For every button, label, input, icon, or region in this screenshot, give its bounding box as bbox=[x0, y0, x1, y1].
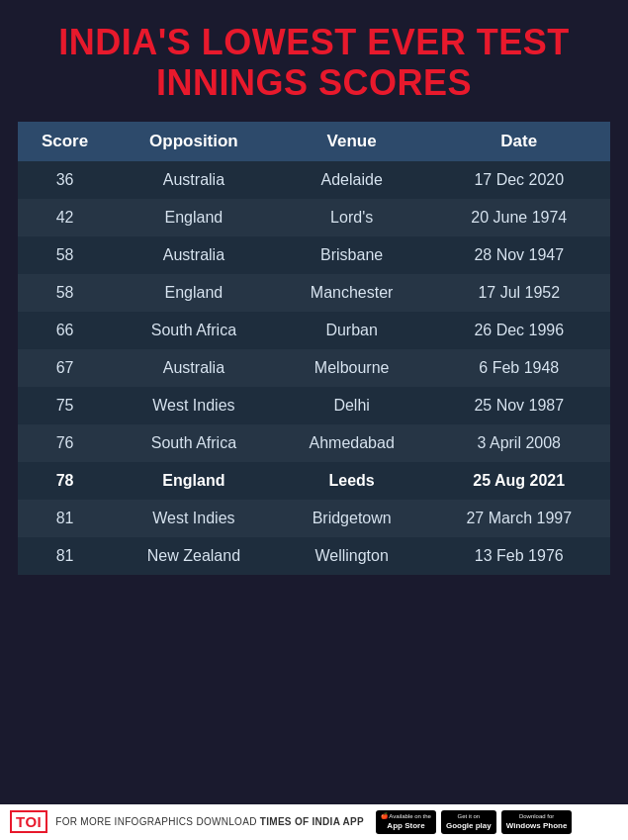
cell-venue: Adelaide bbox=[276, 161, 428, 199]
cell-date: 20 June 1974 bbox=[428, 199, 610, 236]
cell-date: 28 Nov 1947 bbox=[428, 236, 610, 274]
cell-venue: Brisbane bbox=[276, 236, 428, 274]
cell-venue: Ahmedabad bbox=[276, 424, 428, 462]
cell-score: 78 bbox=[18, 462, 112, 500]
table-row: 75West IndiesDelhi25 Nov 1987 bbox=[18, 387, 610, 424]
table-row: 58AustraliaBrisbane28 Nov 1947 bbox=[18, 236, 610, 274]
table-row: 78EnglandLeeds25 Aug 2021 bbox=[18, 462, 610, 500]
cell-venue: Lord's bbox=[276, 199, 428, 236]
cell-score: 42 bbox=[18, 199, 112, 236]
cell-opposition: West Indies bbox=[112, 500, 276, 537]
col-date: Date bbox=[428, 122, 610, 161]
cell-score: 58 bbox=[18, 274, 112, 312]
cell-score: 76 bbox=[18, 424, 112, 462]
cell-date: 3 April 2008 bbox=[428, 424, 610, 462]
cell-venue: Melbourne bbox=[276, 349, 428, 387]
cell-opposition: New Zealand bbox=[112, 537, 276, 575]
table-row: 67AustraliaMelbourne6 Feb 1948 bbox=[18, 349, 610, 387]
cell-opposition: Australia bbox=[112, 161, 276, 199]
toi-logo: TOI bbox=[10, 810, 47, 833]
cell-score: 81 bbox=[18, 500, 112, 537]
app-store-badge[interactable]: 🍎 Available on the App Store bbox=[376, 810, 436, 834]
windows-badge[interactable]: Download for Windows Phone bbox=[501, 810, 573, 834]
cell-opposition: South Africa bbox=[112, 424, 276, 462]
cell-opposition: England bbox=[112, 199, 276, 236]
table-row: 81West IndiesBridgetown27 March 1997 bbox=[18, 500, 610, 537]
col-score: Score bbox=[18, 122, 112, 161]
cell-venue: Bridgetown bbox=[276, 500, 428, 537]
google-play-badge[interactable]: Get it on Google play bbox=[441, 810, 496, 834]
cell-score: 75 bbox=[18, 387, 112, 424]
table-row: 58EnglandManchester17 Jul 1952 bbox=[18, 274, 610, 312]
cell-date: 17 Dec 2020 bbox=[428, 161, 610, 199]
scores-table: Score Opposition Venue Date 36AustraliaA… bbox=[18, 122, 610, 575]
footer: TOI FOR MORE INFOGRAPHICS DOWNLOAD TIMES… bbox=[0, 804, 628, 840]
cell-date: 6 Feb 1948 bbox=[428, 349, 610, 387]
table-row: 76South AfricaAhmedabad3 April 2008 bbox=[18, 424, 610, 462]
cell-opposition: Australia bbox=[112, 349, 276, 387]
table-container: Score Opposition Venue Date 36AustraliaA… bbox=[0, 122, 628, 804]
cell-opposition: West Indies bbox=[112, 387, 276, 424]
cell-score: 66 bbox=[18, 312, 112, 349]
cell-date: 27 March 1997 bbox=[428, 500, 610, 537]
cell-score: 58 bbox=[18, 236, 112, 274]
cell-date: 25 Nov 1987 bbox=[428, 387, 610, 424]
cell-date: 26 Dec 1996 bbox=[428, 312, 610, 349]
cell-date: 25 Aug 2021 bbox=[428, 462, 610, 500]
cell-opposition: England bbox=[112, 462, 276, 500]
page-title: INDIA'S LOWEST EVER TEST INNINGS SCORES bbox=[20, 22, 608, 104]
cell-score: 81 bbox=[18, 537, 112, 575]
footer-text: FOR MORE INFOGRAPHICS DOWNLOAD TIMES OF … bbox=[55, 816, 364, 827]
col-venue: Venue bbox=[276, 122, 428, 161]
table-row: 42EnglandLord's20 June 1974 bbox=[18, 199, 610, 236]
table-header-row: Score Opposition Venue Date bbox=[18, 122, 610, 161]
cell-opposition: England bbox=[112, 274, 276, 312]
table-row: 81New ZealandWellington13 Feb 1976 bbox=[18, 537, 610, 575]
cell-date: 17 Jul 1952 bbox=[428, 274, 610, 312]
table-row: 66South AfricaDurban26 Dec 1996 bbox=[18, 312, 610, 349]
cell-venue: Delhi bbox=[276, 387, 428, 424]
cell-opposition: Australia bbox=[112, 236, 276, 274]
page-header: INDIA'S LOWEST EVER TEST INNINGS SCORES bbox=[0, 0, 628, 122]
cell-venue: Wellington bbox=[276, 537, 428, 575]
cell-venue: Manchester bbox=[276, 274, 428, 312]
cell-opposition: South Africa bbox=[112, 312, 276, 349]
cell-date: 13 Feb 1976 bbox=[428, 537, 610, 575]
table-row: 36AustraliaAdelaide17 Dec 2020 bbox=[18, 161, 610, 199]
store-badges: 🍎 Available on the App Store Get it on G… bbox=[376, 810, 572, 834]
cell-venue: Leeds bbox=[276, 462, 428, 500]
cell-score: 36 bbox=[18, 161, 112, 199]
col-opposition: Opposition bbox=[112, 122, 276, 161]
cell-score: 67 bbox=[18, 349, 112, 387]
cell-venue: Durban bbox=[276, 312, 428, 349]
